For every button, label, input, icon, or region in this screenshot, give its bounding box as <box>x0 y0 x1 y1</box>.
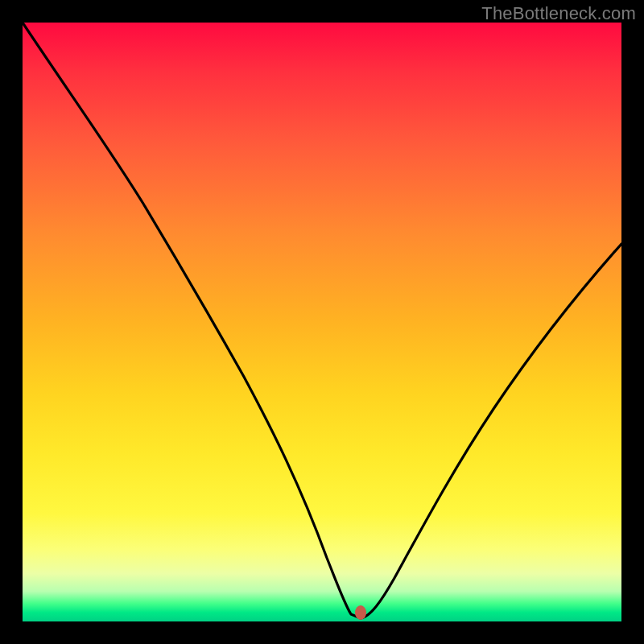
chart-frame: TheBottleneck.com <box>0 0 644 644</box>
gradient-plot-area <box>23 23 621 621</box>
bottleneck-marker <box>355 605 366 620</box>
watermark-text: TheBottleneck.com <box>481 3 636 24</box>
